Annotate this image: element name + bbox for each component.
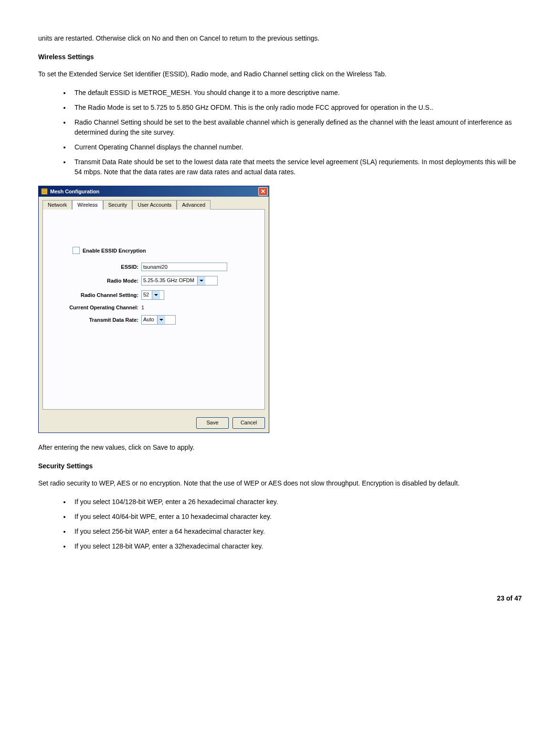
tab-security[interactable]: Security xyxy=(103,200,133,210)
dialog-body: Network Wireless Security User Accounts … xyxy=(39,197,269,433)
radio-channel-value: 52 xyxy=(142,291,152,299)
dialog-titlebar[interactable]: Mesh Configuration ✕ xyxy=(39,186,269,197)
tab-wireless[interactable]: Wireless xyxy=(72,200,103,210)
svg-rect-3 xyxy=(42,192,46,193)
tab-user-accounts[interactable]: User Accounts xyxy=(132,200,177,210)
transmit-rate-value: Auto xyxy=(142,316,157,324)
enable-essid-encryption-label: Enable ESSID Encryption xyxy=(83,248,146,253)
paragraph-security-intro: Set radio security to WEP, AES or no enc… xyxy=(38,478,522,488)
list-item: Radio Channel Setting should be set to t… xyxy=(71,117,522,137)
radio-channel-select[interactable]: 52 xyxy=(141,290,164,300)
close-icon[interactable]: ✕ xyxy=(258,187,268,196)
essid-input[interactable] xyxy=(141,263,227,271)
tab-panel-wireless: Enable ESSID Encryption ESSID: Radio Mod… xyxy=(42,210,265,410)
tab-advanced[interactable]: Advanced xyxy=(177,200,211,210)
page-number: 23 of 47 xyxy=(38,594,522,602)
dialog-title: Mesh Configuration xyxy=(50,189,258,194)
svg-rect-1 xyxy=(42,190,46,190)
radio-channel-label: Radio Channel Setting: xyxy=(53,292,138,298)
mesh-configuration-dialog: Mesh Configuration ✕ Network Wireless Se… xyxy=(38,186,269,433)
list-item: Current Operating Channel displays the c… xyxy=(71,142,522,152)
radio-mode-value: 5.25-5.35 GHz OFDM xyxy=(142,276,197,285)
chevron-down-icon xyxy=(152,291,160,299)
list-item: If you select 40/64-bit WPE, enter a 10 … xyxy=(71,512,522,522)
save-button[interactable]: Save xyxy=(196,417,229,429)
essid-label: ESSID: xyxy=(53,264,138,270)
radio-mode-select[interactable]: 5.25-5.35 GHz OFDM xyxy=(141,276,218,285)
paragraph-after-dialog: After entering the new values, click on … xyxy=(38,443,522,453)
cancel-button[interactable]: Cancel xyxy=(232,417,265,429)
wireless-bullet-list: The default ESSID is METROE_MESH. You sh… xyxy=(38,88,522,177)
security-bullet-list: If you select 104/128-bit WEP, enter a 2… xyxy=(38,497,522,551)
tabstrip: Network Wireless Security User Accounts … xyxy=(42,200,265,210)
tab-network[interactable]: Network xyxy=(42,200,72,210)
list-item: If you select 256-bit WAP, enter a 64 he… xyxy=(71,527,522,537)
list-item: Transmit Data Rate should be set to the … xyxy=(71,157,522,177)
radio-mode-label: Radio Mode: xyxy=(53,278,138,284)
chevron-down-icon xyxy=(157,316,165,324)
transmit-rate-select[interactable]: Auto xyxy=(141,315,176,325)
svg-rect-2 xyxy=(42,191,46,191)
app-icon xyxy=(41,188,48,195)
heading-security-settings: Security Settings xyxy=(38,462,522,470)
heading-wireless-settings: Wireless Settings xyxy=(38,53,522,61)
list-item: If you select 104/128-bit WEP, enter a 2… xyxy=(71,497,522,507)
enable-essid-encryption-checkbox[interactable] xyxy=(73,247,80,254)
chevron-down-icon xyxy=(197,276,205,285)
dialog-footer: Save Cancel xyxy=(42,413,265,429)
paragraph-wireless-intro: To set the Extended Service Set Identifi… xyxy=(38,69,522,79)
current-channel-value: 1 xyxy=(141,305,144,310)
paragraph-intro: units are restarted. Otherwise click on … xyxy=(38,33,522,43)
list-item: If you select 128-bit WAP, enter a 32hex… xyxy=(71,541,522,551)
list-item: The default ESSID is METROE_MESH. You sh… xyxy=(71,88,522,98)
current-channel-label: Current Operating Channel: xyxy=(53,305,138,310)
list-item: The Radio Mode is set to 5.725 to 5.850 … xyxy=(71,103,522,113)
transmit-rate-label: Transmit Data Rate: xyxy=(53,317,138,323)
